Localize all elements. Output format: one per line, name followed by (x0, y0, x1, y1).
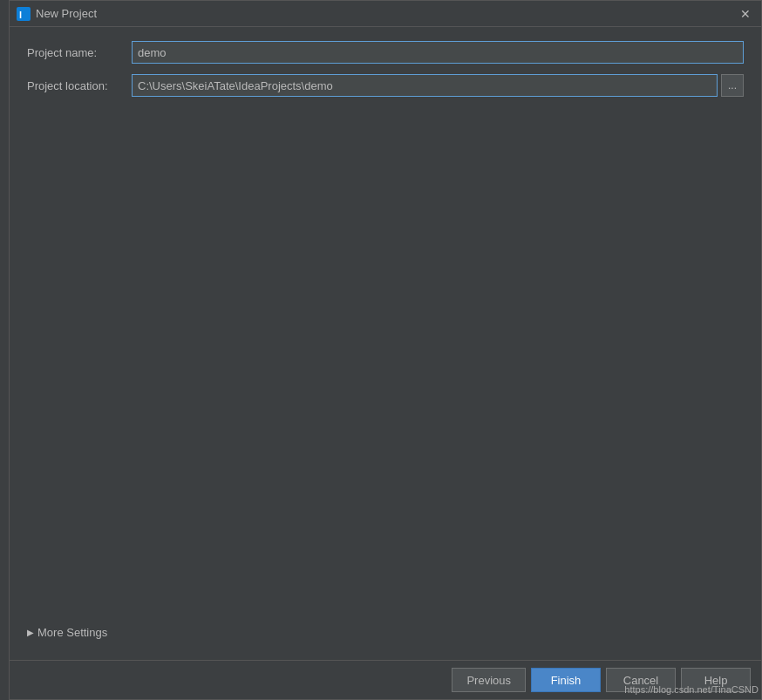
previous-button[interactable]: Previous (452, 668, 526, 692)
more-settings-toggle[interactable]: ▶ More Settings (27, 626, 744, 639)
project-location-label: Project location: (27, 79, 132, 92)
title-bar: I New Project ✕ (10, 1, 761, 27)
expand-arrow-icon: ▶ (27, 628, 34, 637)
project-location-row: Project location: ... (27, 74, 744, 97)
more-settings-label: More Settings (37, 626, 107, 639)
title-bar-left: I New Project (17, 7, 97, 21)
dialog-title: New Project (36, 7, 97, 20)
browse-button[interactable]: ... (721, 74, 744, 97)
project-location-input[interactable] (132, 74, 718, 97)
project-name-row: Project name: (27, 41, 744, 64)
dialog-body: Project name: Project location: ... ▶ Mo… (10, 27, 761, 660)
location-input-row: ... (132, 74, 744, 97)
idea-icon: I (17, 7, 31, 21)
watermark: https://blog.csdn.net/TinaCSND (624, 684, 759, 695)
more-settings-section: ▶ More Settings (27, 619, 744, 646)
finish-button[interactable]: Finish (531, 668, 601, 692)
project-name-label: Project name: (27, 46, 132, 59)
close-button[interactable]: ✕ (737, 5, 754, 23)
content-area (27, 107, 744, 619)
svg-text:I: I (19, 10, 22, 20)
project-name-input[interactable] (132, 41, 744, 64)
